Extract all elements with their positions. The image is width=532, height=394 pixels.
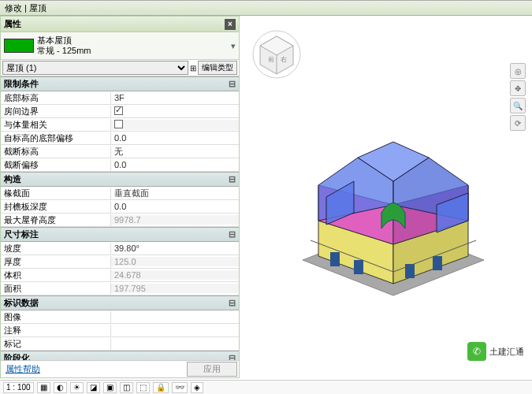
panel-header: 属性 × [1,17,239,32]
zoom-icon[interactable]: 🔍 [510,98,526,113]
label-image: 图像 [1,311,111,323]
value-base-offset[interactable]: 0.0 [111,133,239,143]
detail-level-icon[interactable]: ▦ [37,382,50,393]
label-comments: 注释 [1,325,111,336]
svg-rect-16 [330,252,340,266]
reveal-hidden-icon[interactable]: ◈ [191,382,203,393]
section-construction[interactable]: 构造⊟ [1,172,239,187]
label-room-bounding: 房间边界 [1,106,111,117]
expand-icon[interactable]: ⊟ [229,229,236,240]
type-selector[interactable]: 基本屋顶 常规 - 125mm ▾ [1,32,239,60]
type-preview-icon [4,39,34,53]
svg-rect-18 [405,264,415,278]
label-rafter-cut: 椽截面 [1,188,111,199]
edit-type-icon: ⊞ [190,64,196,72]
apply-button[interactable]: 应用 [187,362,237,377]
expand-icon[interactable]: ⊟ [229,174,236,184]
label-mark: 标记 [1,338,111,350]
svg-text:前: 前 [268,56,274,63]
svg-rect-17 [354,260,363,274]
label-fascia-depth: 封檐板深度 [1,201,111,213]
panel-title-text: 属性 [4,18,21,30]
type-text: 基本屋顶 常规 - 125mm [37,35,228,56]
steering-wheel-icon[interactable]: ◎ [510,63,526,79]
value-base-level[interactable]: 3F [111,93,239,102]
checkbox-icon[interactable] [114,106,123,115]
expand-icon[interactable]: ⊟ [229,79,236,89]
label-base-offset: 自标高的底部偏移 [1,132,111,144]
value-cutoff-offset[interactable]: 0.0 [111,160,239,169]
label-volume: 体积 [1,269,111,281]
close-icon[interactable]: × [225,19,236,30]
value-max-ridge: 9978.7 [111,215,239,225]
expand-icon[interactable]: ⊟ [229,353,236,360]
watermark: ✆ 土建汇通 [467,342,524,361]
property-help-link[interactable]: 属性帮助 [2,362,43,377]
label-base-level: 底部标高 [1,92,111,104]
ribbon-tab-row: 修改 | 屋顶 [0,0,532,16]
instance-row: 屋顶 (1) ⊞ 编辑类型 [1,60,239,76]
value-related-mass [111,120,239,130]
value-rafter-cut[interactable]: 垂直截面 [111,188,239,199]
property-grid: 限制条件⊟ 底部标高3F 房间边界 与体量相关 自标高的底部偏移0.0 截断标高… [1,76,239,360]
value-fascia-depth[interactable]: 0.0 [111,202,239,211]
label-max-ridge: 最大屋脊高度 [1,214,111,226]
section-identity[interactable]: 标识数据⊟ [1,296,239,310]
brand-text: 土建汇通 [489,346,524,358]
label-slope: 坡度 [1,243,111,255]
properties-panel: 属性 × 基本屋顶 常规 - 125mm ▾ 屋顶 (1) ⊞ 编辑类型 限制条… [0,16,240,378]
label-thickness: 厚度 [1,256,111,268]
value-slope[interactable]: 39.80° [111,243,239,253]
value-area: 197.795 [111,284,239,293]
value-room-bounding[interactable] [111,106,239,117]
checkbox-icon [114,120,123,128]
svg-text:右: 右 [281,56,287,63]
scale-button[interactable]: 1 : 100 [3,382,34,393]
crop-view-icon[interactable]: ◫ [120,382,133,393]
rendering-icon[interactable]: ▣ [103,382,117,393]
lock-3d-icon[interactable]: 🔒 [153,382,169,393]
label-area: 面积 [1,283,111,295]
dropdown-icon[interactable]: ▾ [231,41,236,51]
navigation-bar: ◎ ✥ 🔍 ⟳ [510,63,526,131]
label-cutoff-level: 截断标高 [1,146,111,158]
view-cube[interactable]: 前 右 [252,30,301,79]
crop-region-icon[interactable]: ⬚ [136,382,150,393]
viewport-3d[interactable]: 前 右 ◎ ✥ 🔍 ⟳ [240,16,532,378]
expand-icon[interactable]: ⊟ [229,298,236,308]
temporary-hide-icon[interactable]: 👓 [172,382,188,393]
sun-path-icon[interactable]: ☀ [70,382,84,393]
view-control-bar: 1 : 100 ▦ ◐ ☀ ◪ ▣ ◫ ⬚ 🔒 👓 ◈ [0,380,532,394]
wechat-icon: ✆ [467,342,486,361]
model-3d [279,118,508,299]
section-dimensions[interactable]: 尺寸标注⊟ [1,227,239,242]
section-constraints[interactable]: 限制条件⊟ [1,76,239,91]
edit-type-button[interactable]: 编辑类型 [198,61,237,75]
orbit-icon[interactable]: ⟳ [510,115,526,131]
active-tab[interactable]: 修改 | 屋顶 [5,2,47,14]
value-thickness: 125.0 [111,257,239,266]
visual-style-icon[interactable]: ◐ [54,382,67,393]
type-family: 基本屋顶 [37,35,228,46]
svg-rect-19 [433,256,442,270]
value-cutoff-level[interactable]: 无 [111,146,239,158]
pan-icon[interactable]: ✥ [510,80,526,96]
label-cutoff-offset: 截断偏移 [1,159,111,171]
value-volume: 24.678 [111,270,239,280]
label-related-mass: 与体量相关 [1,119,111,131]
section-phasing[interactable]: 阶段化⊟ [1,351,239,360]
instance-filter[interactable]: 屋顶 (1) [2,61,188,75]
shadows-icon[interactable]: ◪ [87,382,100,393]
type-name: 常规 - 125mm [37,46,228,56]
